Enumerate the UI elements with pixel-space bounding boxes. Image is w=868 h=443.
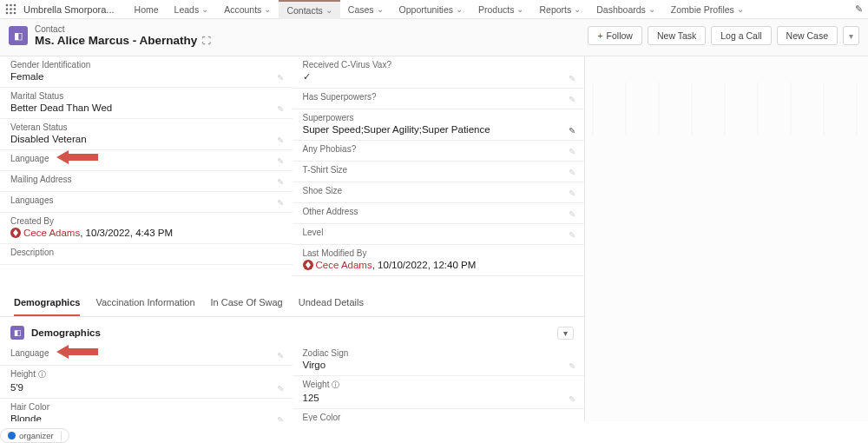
tab-undead-details[interactable]: Undead Details [299,290,364,316]
field-label: Level [303,228,575,237]
pencil-icon[interactable]: ✎ [277,198,284,208]
tab-demographics[interactable]: Demographics [14,290,80,316]
nav-item-home[interactable]: Home [127,0,167,19]
field-value: Virgo [303,360,575,370]
field-label: Weightⓘ [303,380,575,391]
pencil-icon[interactable]: ✎ [277,177,284,187]
pencil-icon[interactable]: ✎ [569,394,575,404]
pencil-icon[interactable]: ✎ [277,384,284,393]
nav-item-opportunities[interactable]: Opportunities⌄ [391,0,470,19]
field-value: Female [10,71,282,82]
nav-item-accounts[interactable]: Accounts⌄ [216,0,279,19]
field-label: Last Modified By [303,248,575,258]
hierarchy-icon[interactable]: ⛶ [202,36,211,45]
tab-in-case-of-swag[interactable]: In Case Of Swag [211,290,283,316]
chevron-down-icon: ⌄ [737,4,744,14]
nav-item-leads[interactable]: Leads⌄ [167,0,217,19]
new-task-button[interactable]: New Task [648,26,706,45]
user-link[interactable]: Cece Adams [316,260,372,270]
field-label: Language [10,348,282,358]
field-any-phobias-: Any Phobias?✎ [293,141,585,162]
field-label: Marital Status [10,91,282,101]
field-label: Languages [10,195,282,205]
callout-arrow-icon [56,150,98,164]
global-nav: Umbrella Smorpora... HomeLeads⌄Accounts⌄… [0,0,868,19]
record-title: Ms. Alice Marcus - Abernathy ⛶ [35,34,211,47]
chevron-down-icon: ⌄ [326,5,332,15]
field-eye-color: Eye ColorGreen✎ [293,409,585,421]
footer-organizer-pill[interactable]: organizer [0,428,69,443]
field-created-by: Created ByCece Adams, 10/3/2022, 4:43 PM [0,213,293,244]
field-language: Language✎ [0,150,293,171]
more-actions-button[interactable]: ▾ [843,26,859,45]
nav-item-cases[interactable]: Cases⌄ [340,0,391,19]
pencil-icon[interactable]: ✎ [569,188,575,198]
field-value: ✓ [303,71,575,83]
field-value: 125 [303,393,575,403]
field-description: Description [0,244,293,265]
field-label: Gender Identification [10,60,282,69]
svg-point-7 [10,12,12,15]
new-case-button[interactable]: New Case [777,26,838,45]
field-label: Language [10,154,282,163]
nav-item-products[interactable]: Products⌄ [470,0,531,19]
user-link[interactable]: Cece Adams [23,228,80,238]
field-shoe-size: Shoe Size✎ [293,182,585,203]
field-label: Any Phobias? [303,144,575,154]
field-value: Super Speed;Super Agility;Super Patience [303,124,575,135]
field-label: Heightⓘ [10,369,282,380]
pencil-icon[interactable]: ✎ [569,126,575,136]
pencil-icon[interactable]: ✎ [277,104,284,114]
app-launcher-icon[interactable] [5,3,16,15]
pencil-icon[interactable]: ✎ [569,209,575,219]
edit-nav-icon[interactable]: ✎ [855,3,863,15]
follow-button[interactable]: +Follow [588,26,641,45]
pencil-icon[interactable]: ✎ [569,361,575,371]
field-label: Veteran Status [10,122,282,132]
user-avatar-icon [10,228,21,238]
field-mailing-address: Mailing Address✎ [0,171,293,192]
pencil-icon[interactable]: ✎ [569,168,575,177]
svg-point-0 [6,4,9,7]
record-header: ◧ Contact Ms. Alice Marcus - Abernathy ⛶… [0,19,868,56]
nav-item-dashboards[interactable]: Dashboards⌄ [589,0,663,19]
nav-item-contacts[interactable]: Contacts⌄ [279,0,339,19]
side-panel [584,56,868,421]
nav-item-zombie-profiles[interactable]: Zombie Profiles⌄ [663,0,752,19]
field-marital-status: Marital StatusBetter Dead Than Wed✎ [0,88,293,119]
pencil-icon[interactable]: ✎ [277,156,284,166]
pencil-icon[interactable]: ✎ [569,95,575,104]
chevron-down-icon: ⌄ [377,4,384,14]
pencil-icon[interactable]: ✎ [569,230,575,240]
chevron-down-icon: ⌄ [456,4,463,14]
tab-vaccination-information[interactable]: Vaccination Information [95,290,194,316]
section-title: Demographics [31,327,101,338]
nav-item-reports[interactable]: Reports⌄ [531,0,589,19]
field-label: Zodiac Sign [303,348,575,358]
svg-point-2 [14,4,16,7]
section-header: ◧ Demographics ▾ [0,317,584,345]
section-collapse-button[interactable]: ▾ [557,327,574,340]
pencil-icon[interactable]: ✎ [277,351,284,360]
field-label: Has Superpowers? [303,92,575,102]
field-languages: Languages✎ [0,192,293,213]
field-label: Description [10,248,282,257]
section-tabs: DemographicsVaccination InformationIn Ca… [0,290,584,317]
log-call-button[interactable]: Log a Call [711,26,771,45]
field-label: Hair Color [10,402,282,412]
field-language: Language✎ [0,345,293,366]
pencil-icon[interactable]: ✎ [277,415,284,421]
field-label: T-Shirt Size [303,165,575,175]
field-hair-color: Hair ColorBlonde✎ [0,399,293,421]
pencil-icon[interactable]: ✎ [277,136,284,145]
field-value: Better Dead Than Wed [10,102,282,113]
field-received-c-virus-vax-: Received C-Virus Vax?✓✎ [293,56,585,89]
info-icon[interactable]: ⓘ [38,370,46,379]
field-value: 5'9 [10,382,282,393]
pencil-icon[interactable]: ✎ [277,73,284,83]
info-icon[interactable]: ⓘ [332,380,339,389]
pencil-icon[interactable]: ✎ [569,147,575,156]
contact-icon: ◧ [9,26,28,45]
chevron-down-icon: ⌄ [648,4,655,14]
pencil-icon[interactable]: ✎ [569,74,575,83]
